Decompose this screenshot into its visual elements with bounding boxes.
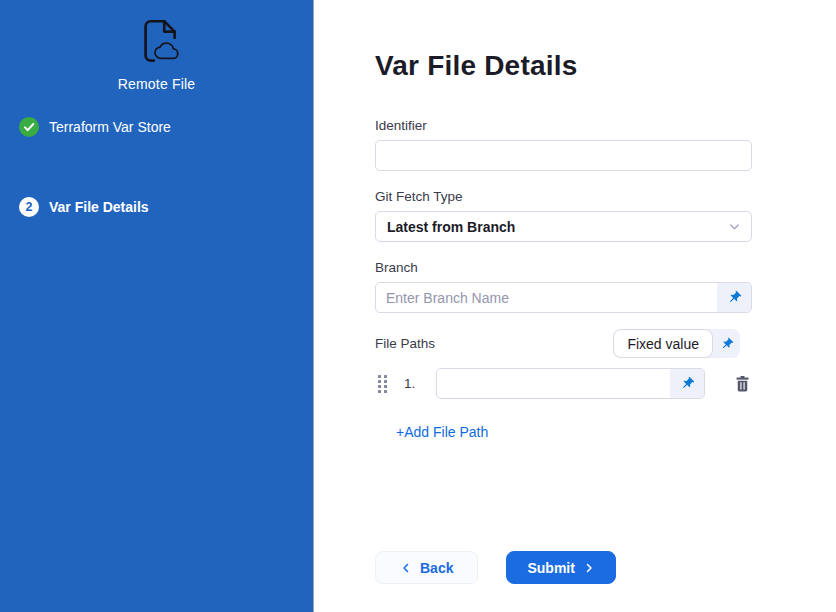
wizard-sidebar: Remote File Terraform Var Store 2 Var Fi… [0,0,314,612]
file-paths-header: File Paths Fixed value [375,329,740,358]
wizard-header: Remote File [0,0,313,92]
check-circle-icon [19,117,39,137]
trash-icon [733,374,752,393]
submit-button[interactable]: Submit [506,551,615,584]
git-fetch-type-select[interactable]: Latest from Branch [375,211,752,242]
identifier-field: Identifier [375,118,752,171]
chevron-down-icon [727,219,742,234]
git-fetch-type-field: Git Fetch Type Latest from Branch [375,189,752,242]
step-var-file-details[interactable]: 2 Var File Details [0,196,313,218]
file-paths-label: File Paths [375,336,435,351]
back-button-label: Back [420,560,453,576]
drag-handle-icon[interactable] [378,375,387,393]
fixed-value-button[interactable]: Fixed value [613,329,713,358]
git-fetch-type-value: Latest from Branch [387,219,515,235]
delete-file-path-button[interactable] [733,373,752,395]
step-number-badge: 2 [19,197,39,217]
file-paths-runtime-pin-button[interactable] [713,329,740,358]
back-button[interactable]: Back [375,551,478,584]
add-file-path-button[interactable]: +Add File Path [396,424,488,440]
branch-input[interactable] [376,283,717,312]
file-path-row-index: 1. [404,376,422,391]
identifier-label: Identifier [375,118,752,133]
main-panel: Var File Details Identifier Git Fetch Ty… [314,0,836,612]
branch-field: Branch [375,260,752,313]
file-path-runtime-pin-button[interactable] [670,369,704,398]
var-file-form: Identifier Git Fetch Type Latest from Br… [375,118,752,584]
page-title: Var File Details [375,50,836,82]
remote-file-icon [128,14,186,72]
branch-input-group [375,282,752,313]
file-path-input-group [436,368,705,399]
pin-icon [719,336,735,352]
pin-icon [679,375,696,392]
file-path-row: 1. [375,368,752,399]
step-terraform-var-store[interactable]: Terraform Var Store [0,116,313,138]
wizard-caption: Remote File [118,76,196,92]
pin-icon [726,289,743,306]
file-path-input[interactable] [437,369,670,398]
chevron-left-icon [400,562,412,574]
submit-button-label: Submit [527,560,574,576]
branch-label: Branch [375,260,752,275]
form-footer: Back Submit [375,551,752,584]
git-fetch-type-label: Git Fetch Type [375,189,752,204]
branch-runtime-pin-button[interactable] [717,283,751,312]
step-label: Var File Details [49,199,149,215]
wizard-steps: Terraform Var Store 2 Var File Details [0,116,313,218]
app-window: Remote File Terraform Var Store 2 Var Fi… [0,0,836,612]
chevron-right-icon [583,562,595,574]
step-label: Terraform Var Store [49,119,171,135]
file-paths-multitype-control: Fixed value [613,329,740,358]
identifier-input[interactable] [375,140,752,171]
